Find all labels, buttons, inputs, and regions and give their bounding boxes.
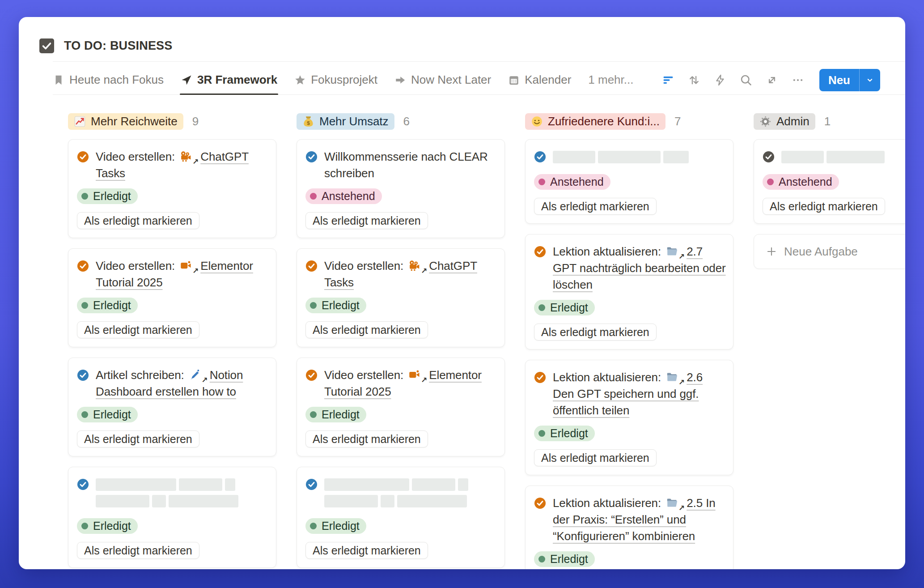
tab-kalender[interactable]: Kalender xyxy=(508,65,571,94)
task-title: Video erstellen: ↗Elementor Tutorial 202… xyxy=(96,258,270,291)
task-card[interactable]: AnstehendAls erledigt markieren xyxy=(754,139,905,224)
redacted-text-bar xyxy=(179,478,222,491)
check-circle-icon[interactable] xyxy=(305,151,318,163)
column-title: Admin xyxy=(776,115,810,128)
link-arrow-icon: ↗ xyxy=(678,504,685,512)
task-card[interactable]: Video erstellen: ↗ChatGPT TasksErledigtA… xyxy=(68,139,276,238)
tab-now-next-later[interactable]: Now Next Later xyxy=(394,65,491,94)
status-badge: Anstehend xyxy=(305,188,382,204)
check-circle-icon[interactable] xyxy=(305,260,318,272)
mark-done-button[interactable]: Als erledigt markieren xyxy=(77,321,199,338)
new-button[interactable]: Neu xyxy=(819,69,880,91)
task-card[interactable]: Video erstellen: ↗Elementor Tutorial 202… xyxy=(68,248,276,347)
check-circle-icon[interactable] xyxy=(534,371,546,383)
check-circle-icon[interactable] xyxy=(534,151,546,163)
linked-page[interactable]: 2.5 In der Praxis: “Erstellen” und “Konf… xyxy=(553,496,716,543)
column-title-badge[interactable]: Mehr Reichweite xyxy=(68,113,183,130)
sort-icon[interactable] xyxy=(688,74,700,86)
check-circle-icon[interactable] xyxy=(77,369,89,381)
task-card[interactable]: Video erstellen: ↗Elementor Tutorial 202… xyxy=(297,358,505,456)
linked-page[interactable]: Elementor Tutorial 2025 xyxy=(324,368,482,398)
mark-done-button[interactable]: Als erledigt markieren xyxy=(534,198,657,215)
linked-page[interactable]: ChatGPT Tasks xyxy=(96,150,249,180)
card-title-row xyxy=(77,476,270,511)
add-task-button[interactable]: Neue Aufgabe xyxy=(754,234,905,269)
filter-icon[interactable] xyxy=(662,74,674,86)
linked-page[interactable]: 2.6 Den GPT speichern und ggf. öffentlic… xyxy=(553,371,703,417)
redacted-text-bar xyxy=(381,495,394,507)
check-circle-icon[interactable] xyxy=(305,478,318,490)
column-title-badge[interactable]: $Mehr Umsatz xyxy=(297,113,394,130)
status-dot-icon xyxy=(81,411,88,418)
task-card[interactable]: Artikel schreiben: ↗Notion Dashboard ers… xyxy=(68,358,276,456)
mark-done-button[interactable]: Als erledigt markieren xyxy=(534,449,657,466)
board-column-admin: Admin1AnstehendAls erledigt markierenNeu… xyxy=(754,113,905,269)
check-circle-icon[interactable] xyxy=(534,246,546,258)
more-icon[interactable] xyxy=(792,74,804,86)
column-count: 9 xyxy=(192,115,199,128)
card-title-row: Video erstellen: ↗ChatGPT Tasks xyxy=(305,258,498,291)
new-button-label[interactable]: Neu xyxy=(819,69,859,91)
status-dot-icon xyxy=(81,193,88,200)
task-title: Lektion aktualisieren: ↗2.5 In der Praxi… xyxy=(553,495,727,545)
chevron-down-icon[interactable] xyxy=(860,69,880,91)
check-circle-icon[interactable] xyxy=(534,497,546,509)
card-title-row: Video erstellen: ↗ChatGPT Tasks xyxy=(77,149,270,182)
linked-page[interactable]: Elementor Tutorial 2025 xyxy=(96,259,253,289)
column-title-badge[interactable]: Admin xyxy=(754,113,815,130)
arrow-right-icon xyxy=(394,74,406,86)
column-title: Mehr Umsatz xyxy=(319,115,389,128)
check-circle-icon[interactable] xyxy=(77,478,89,490)
linked-page[interactable]: Notion Dashboard erstellen how to xyxy=(96,368,243,398)
tab-heute-nach-fokus[interactable]: Heute nach Fokus xyxy=(53,65,164,94)
column-title-badge[interactable]: Zufriedenere Kund:i... xyxy=(525,113,665,130)
mark-done-button[interactable]: Als erledigt markieren xyxy=(77,542,199,559)
check-circle-icon[interactable] xyxy=(77,260,89,272)
task-card[interactable]: Lektion aktualisieren: ↗2.7 GPT nachträg… xyxy=(525,234,733,349)
lightning-icon[interactable] xyxy=(714,74,726,86)
task-card[interactable]: Willkommensserie nach CLEAR schreibenAns… xyxy=(297,139,505,238)
task-card[interactable]: AnstehendAls erledigt markieren xyxy=(525,139,733,224)
status-dot-icon xyxy=(81,302,88,309)
card-title-row: Lektion aktualisieren: ↗2.5 In der Praxi… xyxy=(534,495,727,545)
mark-done-button[interactable]: Als erledigt markieren xyxy=(77,212,199,229)
task-card[interactable]: ErledigtAls erledigt markieren xyxy=(297,467,505,568)
redacted-text xyxy=(96,495,238,507)
movie-camera-icon: ↗ xyxy=(408,260,420,272)
task-card[interactable]: ErledigtAls erledigt markieren xyxy=(68,467,276,568)
more-views-button[interactable]: 1 mehr... xyxy=(588,73,633,87)
task-card[interactable]: Video erstellen: ↗ChatGPT TasksErledigtA… xyxy=(297,248,505,347)
card-title-row xyxy=(305,476,498,511)
mark-done-button[interactable]: Als erledigt markieren xyxy=(305,430,428,447)
card-list: Willkommensserie nach CLEAR schreibenAns… xyxy=(297,139,505,568)
mark-done-button[interactable]: Als erledigt markieren xyxy=(77,430,199,447)
task-card[interactable]: Lektion aktualisieren: ↗2.6 Den GPT spei… xyxy=(525,360,733,475)
card-title-row: Video erstellen: ↗Elementor Tutorial 202… xyxy=(77,258,270,291)
check-circle-icon[interactable] xyxy=(305,369,318,381)
mark-done-button[interactable]: Als erledigt markieren xyxy=(763,198,885,215)
mark-done-button[interactable]: Als erledigt markieren xyxy=(534,324,657,341)
mark-done-button[interactable]: Als erledigt markieren xyxy=(305,321,428,338)
mark-done-button[interactable]: Als erledigt markieren xyxy=(305,542,428,559)
tab-3r-framework[interactable]: 3R Framework xyxy=(181,65,277,94)
redacted-text-bar xyxy=(324,478,409,491)
gear-icon xyxy=(759,115,771,128)
view-tab-bar: Heute nach Fokus3R FrameworkFokusprojekt… xyxy=(53,65,905,95)
card-title-row: Lektion aktualisieren: ↗2.6 Den GPT spei… xyxy=(534,369,727,419)
expand-icon[interactable] xyxy=(766,74,778,86)
tab-label: Now Next Later xyxy=(411,73,491,87)
tab-fokusprojekt[interactable]: Fokusprojekt xyxy=(294,65,377,94)
tab-label: Kalender xyxy=(525,73,571,87)
page-header: TO DO: BUSINESS xyxy=(39,38,880,53)
linked-page[interactable]: 2.7 GPT nachträglich bearbeiten oder lös… xyxy=(553,245,726,291)
redacted-text xyxy=(553,151,689,163)
bookmark-icon xyxy=(53,74,64,86)
task-card[interactable]: Lektion aktualisieren: ↗2.5 In der Praxi… xyxy=(525,486,733,569)
search-icon[interactable] xyxy=(740,74,752,86)
check-circle-icon[interactable] xyxy=(763,151,775,163)
status-dot-icon xyxy=(538,430,545,437)
check-circle-icon[interactable] xyxy=(77,151,89,163)
linked-page[interactable]: ChatGPT Tasks xyxy=(324,259,477,289)
mark-done-button[interactable]: Als erledigt markieren xyxy=(305,212,428,229)
card-title-row: Lektion aktualisieren: ↗2.7 GPT nachträg… xyxy=(534,243,727,293)
